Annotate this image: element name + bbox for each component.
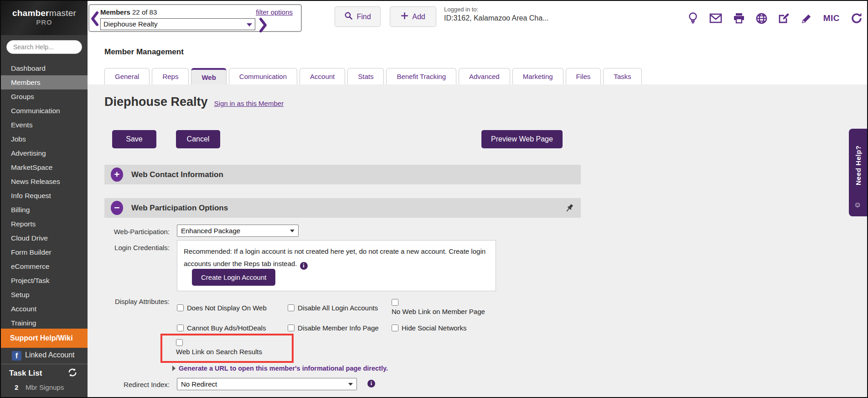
facebook-icon: f (12, 351, 21, 361)
checkbox-cannot-buy-ads-hotdeals[interactable]: Cannot Buy Ads/HotDeals (177, 324, 266, 332)
envelope-icon[interactable] (709, 13, 722, 23)
refresh-icon[interactable] (851, 12, 863, 24)
highlight-annotation-box (160, 334, 294, 363)
lightbulb-icon[interactable] (687, 11, 698, 25)
printer-icon[interactable] (733, 13, 745, 24)
section-title: Web Participation Options (131, 204, 228, 213)
filter-options-link[interactable]: filter options (256, 8, 293, 16)
checkbox-input[interactable] (288, 304, 294, 311)
collapse-icon[interactable]: − (111, 201, 123, 215)
edit-icon[interactable] (778, 12, 790, 24)
sidebar-item-setup[interactable]: Setup (1, 288, 88, 302)
member-heading: Diephouse Realty Sign in as this Member (104, 95, 284, 109)
topbar-icon-row: MIC (671, 10, 863, 26)
pin-icon[interactable] (564, 203, 574, 215)
task-item-mbr-signups[interactable]: Mbr Signups (26, 383, 64, 391)
checkbox-hide-social-networks[interactable]: Hide Social Networks (392, 324, 467, 332)
sidebar-item-info-request[interactable]: Info Request (1, 189, 88, 203)
help-search-input[interactable] (6, 40, 82, 54)
member-navigator: Members 22 of 83 filter options Diephous… (88, 4, 302, 32)
expand-icon[interactable]: + (111, 168, 123, 182)
checkbox-input[interactable] (392, 299, 398, 306)
member-select-value: Diephouse Realty (103, 20, 157, 28)
save-button[interactable]: Save (112, 130, 156, 148)
sign-in-as-member-link[interactable]: Sign in as this Member (214, 100, 284, 107)
sidebar-item-account[interactable]: Account (1, 302, 88, 316)
tab-communication[interactable]: Communication (229, 68, 297, 84)
tab-web[interactable]: Web (191, 68, 226, 84)
checkbox-input[interactable] (392, 325, 398, 331)
need-help-tab[interactable]: Need Help? ☺ (849, 129, 867, 216)
checkbox-input[interactable] (177, 304, 184, 311)
mic-text[interactable]: MIC (823, 13, 840, 23)
sidebar-item-jobs[interactable]: Jobs (1, 132, 88, 146)
checkbox-input[interactable] (177, 325, 184, 331)
app-window: chambermaster PRO Dashboard Members Grou… (0, 0, 868, 398)
tab-stats[interactable]: Stats (347, 68, 384, 84)
preview-web-page-button[interactable]: Preview Web Page (481, 130, 563, 148)
tab-account[interactable]: Account (300, 68, 345, 84)
sidebar-item-project-task[interactable]: Project/Task (1, 273, 88, 288)
tab-files[interactable]: Files (566, 68, 601, 84)
redirect-index-select[interactable]: No Redirect (177, 378, 357, 390)
sidebar-item-communication[interactable]: Communication (1, 104, 88, 118)
checkbox-no-web-link-on-member-page[interactable]: No Web Link on Member Page (392, 299, 485, 315)
tab-marketing[interactable]: Marketing (512, 68, 563, 84)
tab-reps[interactable]: Reps (152, 68, 189, 84)
web-participation-value: Enhanced Package (181, 227, 240, 235)
generate-url-link[interactable]: Generate a URL to open this member's inf… (172, 365, 388, 372)
checkbox-does-not-display-on-web[interactable]: Does Not Display On Web (177, 304, 267, 312)
logged-in-value: ID:3162, Kalamazoo Area Cha... (444, 14, 548, 22)
find-button[interactable]: Find (335, 6, 381, 27)
sidebar-item-cloud-drive[interactable]: Cloud Drive (1, 231, 88, 245)
sidebar-item-support-help-wiki[interactable]: Support Help/Wiki (1, 329, 88, 348)
create-login-account-button[interactable]: Create Login Account (192, 269, 275, 286)
checkbox-disable-all-login-accounts[interactable]: Disable All Login Accounts (288, 304, 378, 312)
task-count-badge: 2 (15, 383, 18, 391)
info-icon[interactable]: i (367, 380, 375, 388)
logged-in-label: Logged in to: (444, 6, 478, 13)
members-counter: Members 22 of 83 (100, 8, 157, 16)
task-refresh-icon[interactable] (67, 367, 78, 379)
member-select[interactable]: Diephouse Realty (100, 18, 255, 30)
previous-member-icon[interactable] (91, 11, 99, 28)
redirect-index-value: No Redirect (181, 380, 217, 388)
web-participation-select[interactable]: Enhanced Package (177, 225, 299, 237)
sidebar-item-billing[interactable]: Billing (1, 203, 88, 217)
sidebar-item-events[interactable]: Events (1, 118, 88, 132)
sidebar-item-training[interactable]: Training (1, 316, 88, 330)
sidebar-item-news-releases[interactable]: News Releases (1, 174, 88, 189)
sidebar-item-marketspace[interactable]: MarketSpace (1, 160, 88, 174)
member-tabs: General Reps Web Communication Account S… (104, 68, 642, 84)
sidebar-item-dashboard[interactable]: Dashboard (1, 61, 88, 75)
next-member-icon[interactable] (259, 17, 267, 35)
sidebar-item-ecommerce[interactable]: eCommerce (1, 259, 88, 273)
logo-text: chambermaster (1, 8, 88, 18)
sidebar-item-advertising[interactable]: Advertising (1, 146, 88, 160)
info-icon[interactable]: i (300, 262, 308, 270)
tab-general[interactable]: General (104, 68, 150, 84)
smiley-icon: ☺ (854, 201, 861, 209)
tab-benefit-tracking[interactable]: Benefit Tracking (386, 68, 456, 84)
section-web-contact-information[interactable]: + Web Contact Information (104, 165, 581, 184)
section-title: Web Contact Information (131, 170, 223, 179)
checkbox-input[interactable] (288, 325, 294, 331)
tab-tasks[interactable]: Tasks (603, 68, 641, 84)
sidebar-item-linked-account[interactable]: f Linked Account (1, 349, 88, 363)
sidebar-item-groups[interactable]: Groups (1, 89, 88, 104)
login-note: Recommended: If a login account is not c… (184, 247, 486, 267)
tab-advanced[interactable]: Advanced (459, 68, 510, 84)
globe-icon[interactable] (756, 13, 767, 24)
page-title: Member Management (104, 47, 184, 57)
sidebar-item-reports[interactable]: Reports (1, 217, 88, 231)
member-name: Diephouse Realty (104, 95, 208, 109)
sidebar-item-members[interactable]: Members (1, 75, 88, 89)
pencil-icon[interactable] (801, 13, 812, 24)
sidebar-item-form-builder[interactable]: Form Builder (1, 245, 88, 259)
checkbox-disable-member-info-page[interactable]: Disable Member Info Page (288, 324, 379, 332)
plus-icon (401, 12, 408, 21)
section-web-participation-options[interactable]: − Web Participation Options (104, 198, 581, 218)
add-button[interactable]: Add (390, 6, 436, 27)
chevron-down-icon (290, 230, 294, 232)
cancel-button[interactable]: Cancel (176, 130, 220, 148)
